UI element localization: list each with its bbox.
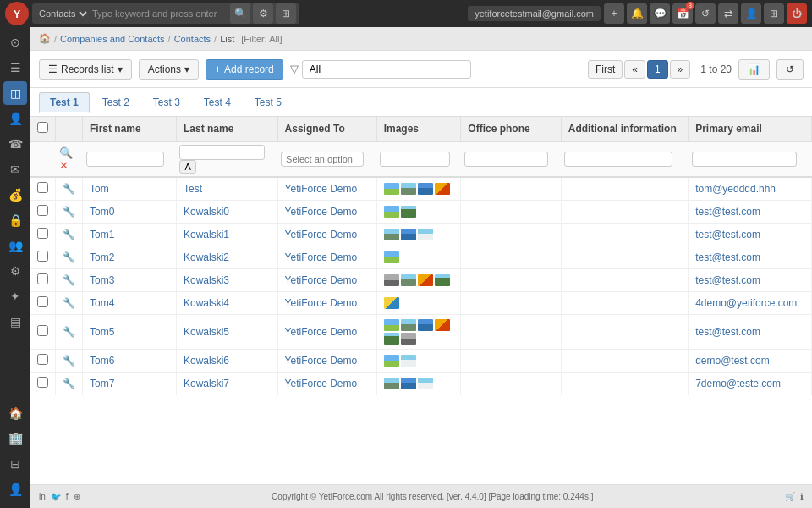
tab-test-5[interactable]: Test 5	[244, 92, 293, 113]
actions-button[interactable]: Actions ▾	[139, 59, 199, 80]
footer-cart-icon[interactable]: 🛒	[785, 492, 795, 501]
filter-first-name-input[interactable]	[86, 152, 165, 167]
sidebar-item-person[interactable]: 👤	[3, 478, 27, 501]
row-first-name[interactable]: Tom	[83, 177, 177, 201]
add-record-button[interactable]: + Add record	[206, 59, 283, 80]
breadcrumb-contacts[interactable]: Contacts	[174, 34, 211, 44]
footer-info-icon[interactable]: ℹ	[800, 492, 804, 501]
row-checkbox[interactable]	[37, 228, 48, 239]
row-assigned[interactable]: YetiForce Demo	[277, 292, 376, 315]
row-action-cell[interactable]: 🔧	[56, 201, 83, 224]
filter-info-input[interactable]	[564, 152, 672, 167]
breadcrumb-companies[interactable]: Companies and Contacts	[60, 34, 165, 44]
sidebar-item-star[interactable]: ✦	[3, 284, 27, 308]
filter-last-name-input[interactable]	[179, 145, 264, 160]
sidebar-item-activities[interactable]: ☎	[3, 132, 27, 156]
chart-button[interactable]: 📊	[738, 59, 770, 80]
row-last-name[interactable]: Kowalski6	[176, 350, 277, 373]
row-first-name[interactable]: Tom0	[83, 201, 177, 224]
row-email[interactable]: test@test.com	[689, 269, 812, 292]
row-action-cell[interactable]: 🔧	[56, 177, 83, 201]
sidebar-item-home2[interactable]: 🏠	[3, 401, 27, 425]
row-assigned[interactable]: YetiForce Demo	[277, 269, 376, 292]
search-settings-button[interactable]: ⚙	[253, 3, 273, 24]
page-prev-button[interactable]: «	[624, 60, 645, 79]
row-first-name[interactable]: Tom3	[83, 269, 177, 292]
select-all-checkbox[interactable]	[37, 122, 48, 133]
messages-button[interactable]: 💬	[650, 3, 670, 24]
row-last-name[interactable]: Kowalski2	[176, 246, 277, 269]
row-last-name[interactable]: Test	[176, 177, 277, 201]
row-email[interactable]: test@test.com	[689, 224, 812, 246]
row-checkbox[interactable]	[37, 182, 48, 193]
row-checkbox[interactable]	[37, 273, 48, 284]
users-button[interactable]: 👤	[741, 3, 761, 24]
sidebar-item-db[interactable]: ⊟	[3, 452, 27, 476]
page-current-button[interactable]: 1	[647, 60, 668, 79]
row-email[interactable]: demo@test.com	[689, 350, 812, 373]
search-grid-button[interactable]: ⊞	[276, 3, 296, 24]
row-first-name[interactable]: Tom2	[83, 246, 177, 269]
tab-test-2[interactable]: Test 2	[91, 92, 140, 113]
sidebar-item-contacts[interactable]: 👤	[3, 107, 27, 130]
history-button[interactable]: ↺	[695, 3, 716, 24]
refresh-button[interactable]: ↺	[776, 59, 804, 80]
row-email[interactable]: 4demo@yetiforce.com	[689, 292, 812, 315]
row-last-name[interactable]: Kowalski4	[176, 292, 277, 315]
row-first-name[interactable]: Tom4	[83, 292, 177, 315]
filter-email-input[interactable]	[692, 152, 797, 167]
row-action-cell[interactable]: 🔧	[56, 373, 83, 395]
row-assigned[interactable]: YetiForce Demo	[277, 201, 376, 224]
row-first-name[interactable]: Tom5	[83, 315, 177, 350]
row-action-cell[interactable]: 🔧	[56, 350, 83, 373]
sidebar-item-sales[interactable]: 💰	[3, 183, 27, 207]
row-last-name[interactable]: Kowalski3	[176, 269, 277, 292]
row-checkbox[interactable]	[37, 251, 48, 262]
row-action-cell[interactable]: 🔧	[56, 224, 83, 246]
sidebar-item-settings[interactable]: ⚙	[3, 259, 27, 283]
row-last-name[interactable]: Kowalski1	[176, 224, 277, 246]
row-action-cell[interactable]: 🔧	[56, 269, 83, 292]
apps-button[interactable]: ⊞	[764, 3, 784, 24]
power-button[interactable]: ⏻	[787, 3, 807, 24]
filter-search-button[interactable]: 🔍	[59, 146, 73, 159]
tab-test-3[interactable]: Test 3	[142, 92, 191, 113]
linkedin-icon[interactable]: in	[39, 492, 46, 501]
row-email[interactable]: 7demo@teste.com	[689, 373, 812, 395]
filter-select[interactable]: All	[302, 60, 471, 79]
row-first-name[interactable]: Tom6	[83, 350, 177, 373]
row-email[interactable]: test@test.com	[689, 315, 812, 350]
sidebar-item-dashboard[interactable]: ◫	[3, 81, 27, 105]
filter-clear-button[interactable]: ✕	[59, 159, 69, 172]
filter-phone-input[interactable]	[464, 152, 548, 167]
row-email[interactable]: test@test.com	[689, 201, 812, 224]
sidebar-item-modules[interactable]: ☰	[3, 56, 27, 80]
row-last-name[interactable]: Kowalski7	[176, 373, 277, 395]
sidebar-item-team[interactable]: 👥	[3, 234, 27, 257]
row-action-cell[interactable]: 🔧	[56, 292, 83, 315]
row-assigned[interactable]: YetiForce Demo	[277, 350, 376, 373]
row-assigned[interactable]: YetiForce Demo	[277, 224, 376, 246]
filter-ab-button[interactable]: A	[179, 160, 195, 174]
sidebar-item-records[interactable]: ▤	[3, 310, 27, 334]
row-email[interactable]: test@test.com	[689, 246, 812, 269]
row-action-cell[interactable]: 🔧	[56, 315, 83, 350]
page-next-button[interactable]: »	[670, 60, 691, 79]
row-assigned[interactable]: YetiForce Demo	[277, 177, 376, 201]
row-first-name[interactable]: Tom1	[83, 224, 177, 246]
row-last-name[interactable]: Kowalski0	[176, 201, 277, 224]
filter-assigned-input[interactable]	[281, 152, 364, 167]
sidebar-item-company[interactable]: 🏢	[3, 427, 27, 450]
home-icon[interactable]: 🏠	[39, 33, 51, 44]
notifications-button[interactable]: 🔔	[627, 3, 647, 24]
sidebar-item-security[interactable]: 🔒	[3, 208, 27, 232]
row-assigned[interactable]: YetiForce Demo	[277, 246, 376, 269]
row-assigned[interactable]: YetiForce Demo	[277, 373, 376, 395]
page-first-button[interactable]: First	[588, 60, 623, 79]
facebook-icon[interactable]: f	[66, 492, 69, 501]
github-icon[interactable]: ⊕	[74, 492, 80, 501]
search-button[interactable]: 🔍	[230, 3, 250, 24]
records-list-button[interactable]: ☰ Records list ▾	[39, 59, 132, 80]
tab-test-4[interactable]: Test 4	[193, 92, 242, 113]
alerts-button[interactable]: 📅 8	[672, 3, 693, 24]
